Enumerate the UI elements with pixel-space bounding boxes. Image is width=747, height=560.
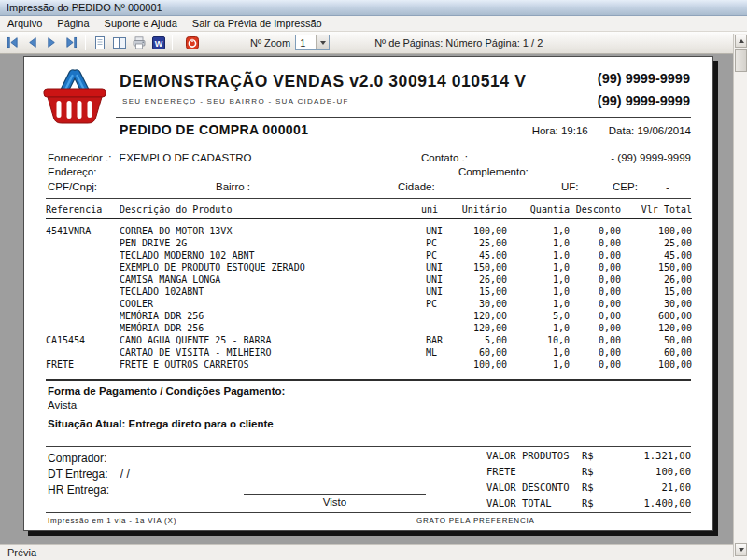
item-cell-disc: 0,00 (570, 298, 621, 310)
item-cell-ref (46, 346, 120, 358)
single-page-view-button[interactable] (90, 34, 109, 52)
item-cell-disc: 0,00 (570, 322, 621, 334)
item-cell-disc: 0,00 (570, 334, 621, 346)
visto-signature-line (244, 494, 426, 495)
scroll-up-button[interactable] (735, 35, 747, 48)
currency-label: R$ (582, 466, 610, 477)
item-row: CARTAO DE VISITA - MILHEIROML60,001,00,0… (46, 346, 692, 358)
divider (46, 512, 691, 513)
menu-item-arquivo[interactable]: Arquivo (0, 17, 49, 30)
total-row: VALOR DESCONTOR$21,00 (486, 482, 691, 497)
supplier-row-1: Fornecedor .: EXEMPLO DE CADASTRO Contat… (48, 152, 691, 163)
item-cell-uni: ML (421, 346, 449, 358)
item-cell-ref (46, 273, 120, 286)
totals-list: VALOR PRODUTOSR$1.321,00FRETER$100,00VAL… (486, 450, 691, 513)
item-cell-total: 15,00 (621, 286, 692, 298)
print-button[interactable] (129, 34, 148, 52)
item-cell-total: 45,00 (621, 249, 692, 261)
divider (46, 446, 691, 447)
item-row: MEMÓRIA DDR 256120,001,00,00120,00 (46, 322, 692, 334)
item-cell-qty: 5,0 (507, 310, 570, 322)
item-cell-unit: 120,00 (449, 310, 507, 322)
cep-label: CEP: (613, 181, 638, 192)
item-row: PEN DRIVE 2GPC25,001,00,0025,00 (46, 237, 692, 249)
cidade-label: Cidade: (398, 181, 435, 192)
item-row: 4541VNRACORREA DO MOTOR 13VXUNI100,001,0… (46, 219, 692, 238)
item-cell-total: 60,00 (621, 346, 692, 358)
item-cell-unit: 60,00 (449, 346, 507, 358)
menu-item-sair-previa[interactable]: Sair da Prévia de Impressão (185, 17, 330, 30)
item-cell-desc: EXEMPLO DE PRODUTO ESTOQUE ZERADO (120, 261, 421, 273)
next-page-button[interactable] (42, 34, 62, 52)
item-cell-uni: BAR (421, 334, 449, 346)
item-cell-desc: CORREA DO MOTOR 13VX (120, 219, 421, 238)
currency-label: R$ (582, 482, 610, 493)
item-cell-unit: 120,00 (449, 322, 507, 334)
previous-page-button[interactable] (22, 34, 42, 52)
visto-label: Visto (244, 497, 426, 508)
item-cell-uni: PC (421, 237, 449, 249)
cep-value: - (666, 181, 669, 192)
last-page-button[interactable] (62, 34, 81, 52)
two-page-view-button[interactable] (109, 34, 129, 52)
first-page-button[interactable] (3, 34, 22, 52)
item-cell-ref (46, 310, 120, 322)
total-label: VALOR PRODUTOS (486, 450, 582, 461)
total-label: VALOR TOTAL (486, 497, 582, 509)
item-cell-uni (421, 310, 449, 322)
item-cell-desc: CANO AGUA QUENTE 25 - BARRA (120, 334, 421, 346)
scroll-down-button[interactable] (735, 543, 747, 556)
item-cell-uni: PC (421, 298, 449, 310)
print-preview-page: DEMONSTRAÇÃO VENDAS v2.0 300914 010514 V… (23, 56, 713, 531)
item-cell-unit: 100,00 (449, 358, 507, 371)
item-cell-qty: 1,0 (507, 219, 570, 238)
dt-entrega-label: DT Entrega: (48, 468, 107, 481)
item-cell-ref (46, 298, 120, 310)
header-unitario: Unitário (449, 203, 507, 219)
total-row: FRETER$100,00 (486, 466, 691, 482)
vertical-scrollbar[interactable] (733, 34, 747, 557)
item-cell-unit: 45,00 (449, 249, 507, 261)
menu-item-pagina[interactable]: Página (49, 17, 96, 30)
page-count-label: Nº de Páginas: Número Página: 1 / 2 (374, 37, 543, 49)
item-cell-uni: UNI (421, 261, 449, 273)
item-cell-disc: 0,00 (570, 261, 621, 273)
item-cell-uni: UNI (421, 286, 449, 298)
item-row: EXEMPLO DE PRODUTO ESTOQUE ZERADOUNI150,… (46, 261, 692, 273)
company-phone-1: (99) 9999-9999 (598, 71, 690, 86)
payment-terms-label: Forma de Pagamento / Condições Pagamento… (48, 385, 285, 397)
item-cell-qty: 1,0 (507, 237, 570, 249)
item-cell-unit: 30,00 (449, 298, 507, 310)
window-titlebar: Impressão do PEDIDO Nº 000001 (0, 0, 747, 16)
total-value: 21,00 (610, 482, 691, 493)
item-row: COOLERPC30,001,00,0030,00 (46, 298, 692, 310)
item-cell-qty: 1,0 (507, 286, 570, 298)
item-row: MEMÓRIA DDR 256120,005,00,00600,00 (46, 310, 692, 322)
item-cell-total: 30,00 (621, 298, 692, 310)
item-cell-disc: 0,00 (570, 219, 621, 238)
currency-label: R$ (582, 450, 610, 461)
payment-terms-value: Avista (48, 399, 77, 411)
exit-preview-button[interactable] (182, 34, 202, 52)
item-cell-total: 50,00 (621, 334, 692, 346)
zoom-dropdown-button[interactable] (316, 35, 329, 49)
item-cell-desc: MEMÓRIA DDR 256 (120, 322, 421, 334)
item-cell-desc: CARTAO DE VISITA - MILHEIRO (120, 346, 421, 358)
header-referencia: Referencia (46, 203, 120, 219)
item-cell-uni: UNI (421, 219, 449, 238)
export-word-button[interactable]: W (148, 34, 168, 52)
item-cell-desc: COOLER (120, 298, 421, 310)
divider (46, 198, 691, 199)
item-cell-desc: MEMÓRIA DDR 256 (120, 310, 421, 322)
scrollbar-thumb[interactable] (735, 49, 747, 72)
item-row: FRETEFRETE E OUTROS CARRETOS100,001,00,0… (46, 358, 692, 371)
header-descricao: Descrição do Produto (120, 203, 421, 219)
toolbar-separator (85, 35, 86, 50)
menu-bar: Arquivo Página Suporte e Ajuda Sair da P… (0, 16, 747, 32)
item-cell-uni: UNI (421, 273, 449, 286)
window-title: Impressão do PEDIDO Nº 000001 (7, 2, 162, 13)
menu-item-suporte[interactable]: Suporte e Ajuda (97, 17, 185, 30)
zoom-select[interactable]: 1 (295, 35, 330, 50)
fornecedor-label: Fornecedor .: (48, 152, 111, 163)
item-cell-unit: 150,00 (449, 261, 507, 273)
